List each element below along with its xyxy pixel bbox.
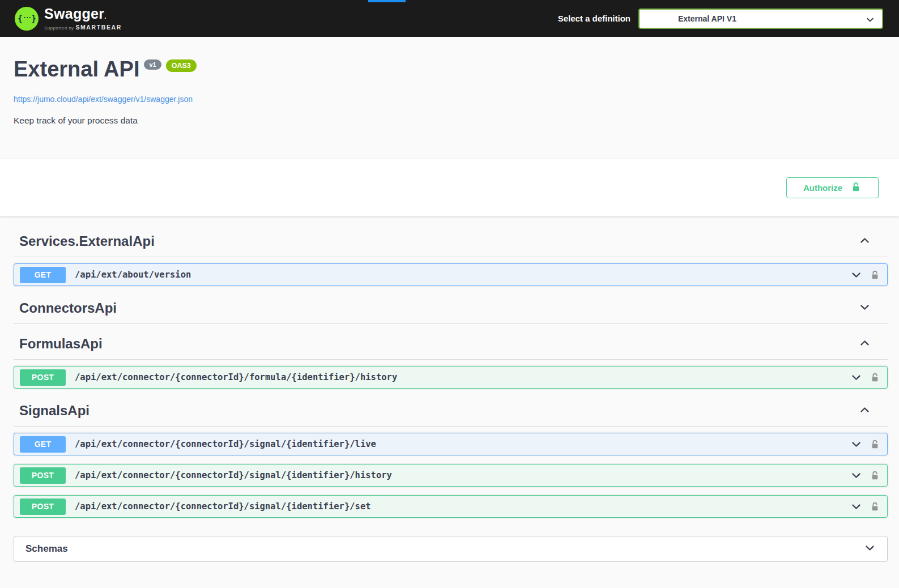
- authorize-label: Authorize: [803, 183, 842, 193]
- oas3-badge: OAS3: [166, 59, 197, 72]
- authorize-button[interactable]: Authorize: [786, 177, 879, 198]
- lock-open-icon[interactable]: [870, 372, 880, 383]
- schemas-section-header[interactable]: Schemas: [14, 536, 888, 562]
- definition-select-value: External API V1: [678, 14, 736, 23]
- definition-select[interactable]: External API V1: [638, 8, 883, 29]
- chevron-down-icon[interactable]: [850, 501, 862, 513]
- tag-title: SignalsApi: [19, 403, 90, 419]
- lock-open-icon[interactable]: [870, 470, 880, 481]
- method-badge: GET: [20, 267, 66, 283]
- operations-list: Services.ExternalApi GET /api/ext/about/…: [0, 216, 899, 562]
- select-definition-label: Select a definition: [558, 14, 630, 23]
- method-badge: POST: [20, 369, 66, 386]
- chevron-down-icon[interactable]: [859, 301, 871, 316]
- supported-by: Supported bySMARTBEAR: [44, 24, 122, 31]
- tag-section-services-externalapi: Services.ExternalApi GET /api/ext/about/…: [14, 228, 888, 286]
- method-badge: POST: [20, 498, 66, 515]
- chevron-down-icon[interactable]: [850, 372, 862, 384]
- tag-section-formulasapi: FormulasApi POST /api/ext/connector/{con…: [14, 330, 888, 389]
- operation-path: /api/ext/connector/{connectorId}/signal/…: [75, 439, 850, 449]
- chevron-down-icon[interactable]: [850, 269, 862, 281]
- operation-row[interactable]: GET /api/ext/connector/{connectorId}/sig…: [14, 433, 888, 455]
- tag-header-signalsapi[interactable]: SignalsApi: [14, 397, 888, 427]
- tag-title: Services.ExternalApi: [19, 233, 155, 249]
- tag-header-formulasapi[interactable]: FormulasApi: [14, 330, 888, 360]
- tag-section-connectorsapi: ConnectorsApi: [14, 295, 888, 324]
- method-badge: POST: [20, 467, 66, 484]
- chevron-up-icon[interactable]: [859, 337, 871, 351]
- chevron-up-icon[interactable]: [859, 235, 871, 249]
- operation-row[interactable]: POST /api/ext/connector/{connectorId}/si…: [14, 495, 888, 518]
- swagger-logo-icon: {···}: [15, 7, 39, 31]
- brand-trademark-dot: .: [104, 12, 106, 20]
- scheme-container: Authorize: [0, 159, 899, 216]
- unlock-icon: [850, 181, 862, 194]
- topbar: {···} Swagger. Supported bySMARTBEAR Sel…: [0, 0, 899, 37]
- info-section: External API v1 OAS3 https://jumo.cloud/…: [0, 37, 899, 159]
- operation-row[interactable]: POST /api/ext/connector/{connectorId}/si…: [14, 464, 888, 487]
- tag-header-services-externalapi[interactable]: Services.ExternalApi: [14, 228, 888, 257]
- lock-open-icon[interactable]: [870, 439, 880, 450]
- spec-url-link[interactable]: https://jumo.cloud/api/ext/swagger/v1/sw…: [14, 95, 193, 104]
- lock-open-icon[interactable]: [870, 270, 880, 280]
- lock-open-icon[interactable]: [870, 501, 880, 512]
- method-badge: GET: [20, 436, 66, 453]
- tag-section-signalsapi: SignalsApi GET /api/ext/connector/{conne…: [14, 397, 888, 518]
- operation-row[interactable]: POST /api/ext/connector/{connectorId}/fo…: [14, 366, 888, 389]
- chevron-down-icon[interactable]: [864, 542, 876, 556]
- tag-header-connectorsapi[interactable]: ConnectorsApi: [14, 295, 888, 324]
- chevron-down-icon[interactable]: [850, 470, 862, 482]
- accent-strip: [368, 0, 406, 2]
- operation-path: /api/ext/connector/{connectorId}/formula…: [75, 372, 850, 382]
- operation-path: /api/ext/about/version: [75, 270, 850, 280]
- version-badge: v1: [144, 59, 161, 70]
- chevron-down-icon[interactable]: [850, 438, 862, 450]
- schemas-title: Schemas: [25, 543, 68, 555]
- chevron-up-icon[interactable]: [859, 404, 871, 418]
- tag-title: ConnectorsApi: [19, 300, 117, 316]
- operation-row[interactable]: GET /api/ext/about/version: [14, 263, 888, 286]
- operation-path: /api/ext/connector/{connectorId}/signal/…: [75, 501, 850, 512]
- api-description: Keep track of your process data: [14, 116, 885, 126]
- operation-path: /api/ext/connector/{connectorId}/signal/…: [75, 470, 850, 480]
- brand-name: Swagger.: [44, 7, 122, 23]
- tag-title: FormulasApi: [19, 336, 103, 352]
- page-title: External API: [14, 57, 139, 81]
- smartbear-wordmark: SMARTBEAR: [75, 24, 121, 31]
- swagger-logo-link[interactable]: {···} Swagger. Supported bySMARTBEAR: [15, 7, 122, 31]
